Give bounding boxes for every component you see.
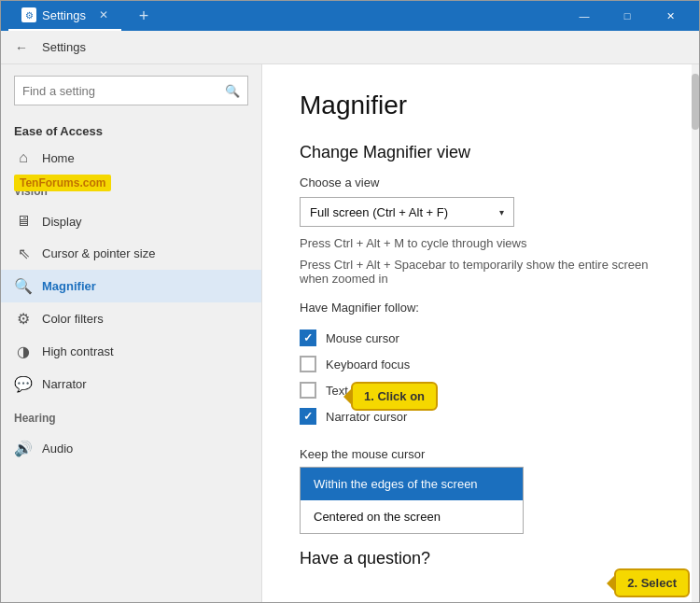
sidebar-item-cursor[interactable]: ⇖ Cursor & pointer size <box>1 237 261 270</box>
sidebar-item-colorfilters-label: Color filters <box>42 312 104 326</box>
keep-dropdown-list: Within the edges of the screen Centered … <box>300 467 524 534</box>
checkbox-text-box[interactable] <box>300 382 316 399</box>
follow-label: Have Magnifier follow: <box>300 301 662 315</box>
hint1: Press Ctrl + Alt + M to cycle through vi… <box>300 236 662 250</box>
titlebar-tabs: ⚙ Settings ✕ <box>8 1 121 31</box>
tab-settings-icon: ⚙ <box>21 7 36 22</box>
checkbox-narrator-label: Narrator cursor <box>326 410 407 424</box>
sidebar-item-highcontrast[interactable]: ◑ High contrast <box>1 335 261 368</box>
checkbox-mouse-box[interactable] <box>300 330 316 346</box>
window-controls: — □ ✕ <box>563 1 692 31</box>
have-question-section: Have a question? <box>300 534 662 568</box>
option-edges[interactable]: Within the edges of the screen <box>301 468 523 500</box>
watermark: TenForums.com <box>14 175 111 191</box>
ease-of-access-header: Ease of Access <box>1 117 261 142</box>
option-centered[interactable]: Centered on the screen <box>301 500 523 533</box>
sidebar-item-narrator[interactable]: 💬 Narrator <box>1 368 261 400</box>
sidebar-item-home[interactable]: ⌂ Home <box>1 142 261 174</box>
magnifier-icon: 🔍 <box>14 277 33 295</box>
add-tab-button[interactable]: + <box>129 1 159 31</box>
window: ⚙ Settings ✕ + — □ ✕ ← Settings TenForum… <box>0 0 700 603</box>
navbar-title: Settings <box>42 40 86 54</box>
checkbox-keyboard-label: Keyboard focus <box>326 358 410 372</box>
titlebar-tab-settings[interactable]: ⚙ Settings ✕ <box>8 1 121 31</box>
highcontrast-icon: ◑ <box>14 343 33 360</box>
tab-label: Settings <box>42 8 86 22</box>
colorfilters-icon: ⚙ <box>14 310 33 328</box>
checkbox-mouse[interactable]: Mouse cursor <box>300 330 662 346</box>
minimize-button[interactable]: — <box>563 1 606 31</box>
sidebar-item-highcontrast-label: High contrast <box>42 344 114 358</box>
sidebar-item-magnifier[interactable]: 🔍 Magnifier <box>1 270 261 302</box>
home-icon: ⌂ <box>14 149 33 166</box>
sidebar-item-cursor-label: Cursor & pointer size <box>42 246 155 260</box>
display-icon: 🖥 <box>14 213 33 230</box>
cursor-icon: ⇖ <box>14 245 33 262</box>
narrator-icon: 💬 <box>14 375 33 393</box>
checkbox-keyboard-box[interactable] <box>300 356 316 372</box>
content-subtitle: Change Magnifier view <box>300 143 662 162</box>
sidebar-item-colorfilters[interactable]: ⚙ Color filters <box>1 302 261 335</box>
scrollbar-thumb[interactable] <box>692 74 699 130</box>
sidebar-item-audio[interactable]: 🔊 Audio <box>1 432 261 465</box>
callout-select: 2. Select <box>614 568 690 597</box>
view-label: Choose a view <box>300 175 662 189</box>
hearing-label: Hearing <box>14 408 248 428</box>
audio-icon: 🔊 <box>14 440 33 457</box>
keep-section: Keep the mouse cursor Within the edges o… <box>300 447 662 534</box>
titlebar: ⚙ Settings ✕ + — □ ✕ <box>1 1 699 31</box>
gear-icon: ⚙ <box>25 10 34 21</box>
checkbox-keyboard[interactable]: Keyboard focus <box>300 356 662 372</box>
search-box[interactable]: 🔍 <box>14 76 248 105</box>
sidebar: TenForums.com 🔍 Ease of Access ⌂ Home Vi… <box>1 64 262 602</box>
sidebar-item-audio-label: Audio <box>42 442 73 456</box>
have-question-title: Have a question? <box>300 549 662 568</box>
scrollbar-track[interactable] <box>692 64 699 602</box>
sidebar-item-display-label: Display <box>42 215 82 229</box>
page-title: Magnifier <box>300 91 662 120</box>
chevron-down-icon: ▾ <box>499 207 504 217</box>
search-input[interactable] <box>22 84 219 98</box>
maximize-button[interactable]: □ <box>606 1 649 31</box>
back-button[interactable]: ← <box>8 35 35 61</box>
content-area: 1. Click on Magnifier Change Magnifier v… <box>262 64 699 602</box>
hint2: Press Ctrl + Alt + Spacebar to temporari… <box>300 258 662 286</box>
callout-click: 1. Click on <box>351 382 438 411</box>
view-dropdown-text: Full screen (Ctrl + Alt + F) <box>310 205 499 219</box>
navbar: ← Settings <box>1 31 699 64</box>
main-layout: TenForums.com 🔍 Ease of Access ⌂ Home Vi… <box>1 64 699 602</box>
sidebar-search: 🔍 <box>1 64 261 117</box>
checkbox-narrator-box[interactable] <box>300 408 316 425</box>
view-dropdown[interactable]: Full screen (Ctrl + Alt + F) ▾ <box>300 197 514 227</box>
sidebar-item-display[interactable]: 🖥 Display <box>1 205 261 237</box>
sidebar-item-home-label: Home <box>42 151 75 165</box>
close-button[interactable]: ✕ <box>649 1 692 31</box>
search-icon: 🔍 <box>225 84 240 98</box>
checkbox-mouse-label: Mouse cursor <box>326 331 399 345</box>
sidebar-item-narrator-label: Narrator <box>42 377 87 391</box>
hearing-section: Hearing <box>1 400 261 432</box>
keep-label: Keep the mouse cursor <box>300 447 662 461</box>
sidebar-item-magnifier-label: Magnifier <box>42 279 96 293</box>
close-tab-icon[interactable]: ✕ <box>99 8 108 21</box>
